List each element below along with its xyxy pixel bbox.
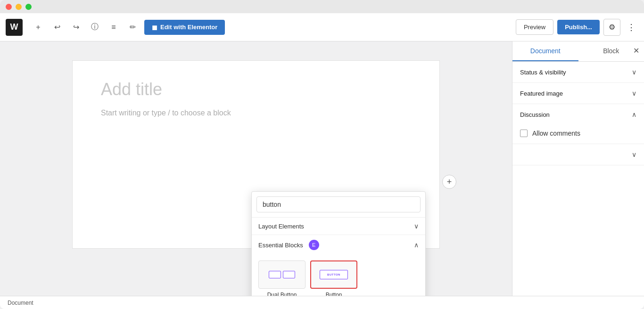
essential-blocks-items: Dual Button BUTTON Button [252, 255, 425, 296]
minimize-button[interactable] [16, 4, 22, 10]
featured-image-section: Featured image ∨ [512, 83, 644, 104]
status-visibility-title: Status & visibility [520, 69, 566, 76]
discussion-section: Discussion ∧ Allow comments [512, 104, 644, 144]
editor-area: Add title Start writing or type / to cho… [0, 41, 512, 296]
redo-icon: ↪ [73, 23, 79, 32]
discussion-content: Allow comments [512, 125, 644, 144]
add-block-floating-button[interactable]: + [442, 175, 456, 189]
dual-mini-btn-1 [269, 271, 281, 278]
post-content-area[interactable]: Start writing or type / to choose a bloc… [101, 109, 411, 117]
status-visibility-header[interactable]: Status & visibility ∨ [512, 62, 644, 82]
app-window: W + ↩ ↪ ⓘ ≡ ✏ [0, 0, 644, 309]
maximize-button[interactable] [25, 4, 32, 10]
layout-elements-chevron-icon: ∨ [414, 222, 419, 230]
info-button[interactable]: ⓘ [88, 20, 102, 34]
toolbar: W + ↩ ↪ ⓘ ≡ ✏ [0, 13, 644, 41]
content-area: Add title Start writing or type / to cho… [0, 41, 644, 296]
extra-chevron-icon: ∨ [632, 151, 636, 158]
elementor-button-label: Edit with Elementor [160, 24, 217, 31]
status-visibility-chevron-icon: ∨ [632, 68, 636, 76]
block-search-area [252, 192, 425, 218]
allow-comments-checkbox[interactable] [520, 130, 528, 137]
dual-button-block-item[interactable]: Dual Button [258, 260, 305, 296]
sidebar-tabs: Document Block ✕ [512, 41, 644, 62]
essential-blocks-label: Essential Blocks [258, 242, 303, 249]
list-view-button[interactable]: ≡ [107, 20, 121, 34]
add-block-toolbar-icon[interactable]: + [31, 20, 45, 34]
settings-button[interactable]: ⚙ [603, 19, 620, 36]
redo-button[interactable]: ↪ [69, 20, 83, 34]
featured-image-chevron-icon: ∨ [632, 89, 636, 97]
button-block-item[interactable]: BUTTON Button [310, 260, 357, 296]
discussion-chevron-icon: ∧ [632, 111, 636, 118]
publish-button[interactable]: Publish... [557, 20, 600, 34]
essential-blocks-chevron-icon: ∧ [414, 241, 419, 249]
status-bar: Document [0, 296, 644, 309]
layout-elements-header[interactable]: Layout Elements ∨ [252, 218, 425, 235]
essential-blocks-category: Essential Blocks E ∧ [252, 235, 425, 296]
toolbar-left: W + ↩ ↪ ⓘ ≡ ✏ [6, 19, 512, 36]
button-preview-text: BUTTON [327, 273, 340, 276]
close-icon: ✕ [633, 47, 639, 55]
dual-button-label: Dual Button [267, 292, 297, 296]
edit-with-elementor-button[interactable]: ◼ Edit with Elementor [144, 20, 225, 35]
block-search-input[interactable] [256, 196, 421, 212]
info-icon: ⓘ [91, 22, 99, 32]
allow-comments-row: Allow comments [520, 130, 636, 137]
elementor-icon: ◼ [152, 24, 157, 31]
more-options-button[interactable]: ⋮ [624, 20, 638, 34]
featured-image-title: Featured image [520, 90, 563, 97]
layout-elements-category: Layout Elements ∨ [252, 218, 425, 235]
allow-comments-label: Allow comments [532, 130, 580, 137]
more-icon: ⋮ [627, 22, 636, 33]
discussion-title: Discussion [520, 111, 550, 118]
status-visibility-section: Status & visibility ∨ [512, 62, 644, 83]
post-title-input[interactable]: Add title [101, 80, 411, 99]
close-button[interactable] [6, 4, 12, 10]
gear-icon: ⚙ [609, 23, 615, 32]
dual-mini-btn-2 [283, 271, 295, 278]
essential-blocks-badge-icon: E [312, 242, 315, 248]
undo-icon: ↩ [54, 23, 60, 32]
plus-icon: + [36, 23, 40, 32]
preview-button[interactable]: Preview [516, 19, 553, 35]
toolbar-right: Preview Publish... ⚙ ⋮ [516, 19, 638, 36]
layout-elements-label: Layout Elements [258, 223, 304, 230]
title-bar [0, 0, 644, 13]
status-text: Document [8, 300, 33, 306]
edit-button[interactable]: ✏ [125, 20, 140, 34]
plus-circle-icon: + [447, 177, 452, 187]
right-sidebar: Document Block ✕ Status & visibility ∨ [512, 41, 644, 296]
pencil-icon: ✏ [130, 23, 136, 32]
wordpress-logo: W [6, 19, 23, 36]
block-inserter-panel: Layout Elements ∨ Essential Blocks E [251, 191, 426, 296]
app-body: W + ↩ ↪ ⓘ ≡ ✏ [0, 13, 644, 309]
dual-button-preview [269, 271, 295, 278]
tab-document[interactable]: Document [512, 41, 578, 61]
button-preview: BUTTON [320, 270, 348, 279]
essential-blocks-badge: E [309, 240, 319, 250]
sidebar-close-button[interactable]: ✕ [633, 46, 639, 55]
discussion-header[interactable]: Discussion ∧ [512, 104, 644, 125]
button-thumb: BUTTON [310, 260, 357, 289]
extra-section-header[interactable]: ∨ [512, 144, 644, 165]
dual-button-thumb [258, 260, 305, 289]
undo-button[interactable]: ↩ [50, 20, 64, 34]
extra-section: ∨ [512, 144, 644, 165]
essential-blocks-header[interactable]: Essential Blocks E ∧ [252, 235, 425, 255]
button-label: Button [326, 292, 342, 296]
featured-image-header[interactable]: Featured image ∨ [512, 83, 644, 104]
list-icon: ≡ [111, 23, 116, 32]
